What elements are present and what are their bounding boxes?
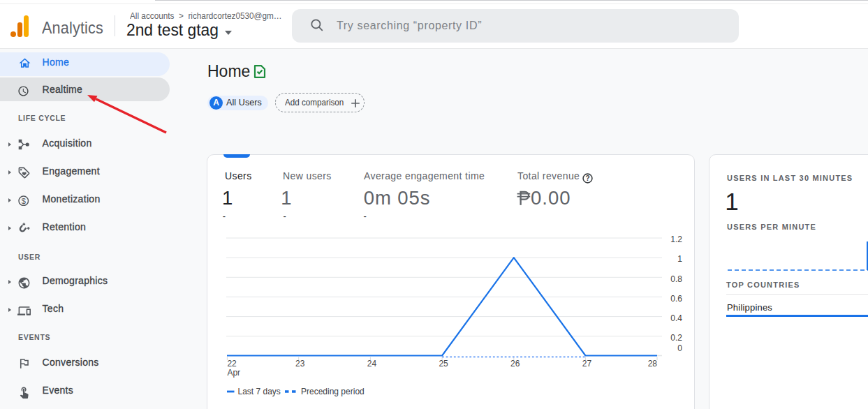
svg-text:27: 27 [582,359,592,369]
svg-text:1.2: 1.2 [670,235,682,244]
svg-text:22: 22 [227,359,237,369]
svg-text:0.8: 0.8 [670,274,682,284]
svg-text:0.4: 0.4 [670,313,682,323]
svg-text:Apr: Apr [227,368,240,378]
svg-text:?: ? [585,174,589,182]
svg-text:26: 26 [510,359,520,369]
svg-text:24: 24 [367,359,377,369]
svg-text:Preceding period: Preceding period [301,387,365,396]
svg-text:25: 25 [439,359,448,369]
svg-text:28: 28 [648,359,658,369]
svg-text:23: 23 [295,359,305,369]
svg-text:0.6: 0.6 [670,294,682,304]
svg-text:1: 1 [677,254,682,264]
svg-text:$: $ [22,196,27,204]
svg-text:0.2: 0.2 [670,333,682,343]
svg-text:Last 7 days: Last 7 days [238,387,281,396]
svg-text:0: 0 [677,343,682,353]
